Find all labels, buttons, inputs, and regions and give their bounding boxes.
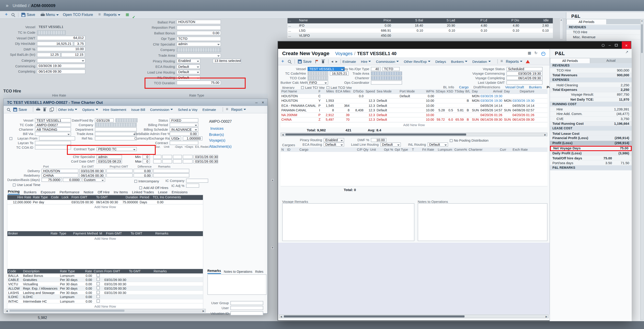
field-input[interactable]: Enabled [324, 138, 344, 142]
field-input[interactable] [35, 132, 71, 136]
previous-record-button[interactable]: ◀ [331, 60, 333, 63]
close-icon[interactable]: × [622, 42, 631, 49]
save-button[interactable]: Save [18, 108, 27, 112]
field-input[interactable]: 0.00 [177, 31, 221, 36]
menu-item-other-rev-exp[interactable]: Other Rev/Exp [404, 60, 430, 64]
menu-item-off-hire[interactable]: Off Hire [98, 190, 110, 194]
field-input[interactable]: TEST VESSEL1 [35, 118, 71, 122]
save-icon[interactable] [22, 13, 26, 17]
redacted-value[interactable] [177, 48, 221, 52]
checkbox[interactable] [450, 139, 453, 142]
window-titlebar[interactable]: – × [278, 42, 631, 49]
menu-item-cargo[interactable]: Cargo [459, 85, 469, 89]
grid-row[interactable]: ECA - PANAMA CANALP1,54536412.3Default10… [280, 103, 548, 108]
field-input[interactable] [162, 155, 172, 159]
field-input[interactable]: 06/14/26 09:30 [506, 76, 543, 80]
menu-item-performance[interactable]: Performance [60, 190, 80, 194]
delete-icon[interactable] [321, 60, 325, 64]
reports-button[interactable]: Reports [506, 60, 522, 64]
field-input[interactable] [183, 160, 193, 164]
field-input[interactable] [183, 155, 193, 159]
menu-item-estimate[interactable]: Estimate [202, 108, 216, 112]
field-input[interactable]: 0.0000 [63, 178, 81, 182]
menu-button[interactable]: Menu [46, 13, 59, 17]
grid-row[interactable]: ILOHCILOHCLumpsum0.00 [7, 295, 203, 299]
close-icon[interactable]: × [262, 100, 264, 105]
voyage-remarks-textarea[interactable] [282, 203, 414, 241]
field-input[interactable] [153, 155, 162, 159]
field-input[interactable] [106, 169, 132, 173]
field-input[interactable] [170, 123, 198, 127]
field-input[interactable]: 16,525.21 [37, 42, 73, 46]
menu-item-emissions[interactable]: Emissions [172, 190, 188, 194]
menu-item-linked-trades[interactable]: Linked Trades [132, 190, 154, 194]
grid-row[interactable]: LASHSLashing and StowagePer 30 days0.000… [7, 290, 203, 295]
redacted-value[interactable] [308, 72, 328, 76]
menu-item-other-info[interactable]: Other Info [58, 108, 77, 112]
dialog-titlebar[interactable]: TC TEST VESSEL1 AMPO-O0027 - Time Charte… [4, 99, 267, 106]
grid-row[interactable]: 12,000.0000Per day03/31/26 00:3006/14/26… [7, 200, 203, 204]
save-button[interactable]: Save [27, 13, 35, 17]
intercompany-checkbox[interactable]: Intercompany [134, 179, 159, 183]
field-input[interactable]: FIFO [308, 80, 328, 84]
field-input[interactable]: Custom [82, 178, 105, 182]
grid-row[interactable]: NA 200NMP2,9123912.3Default10.0004/20/26… [280, 113, 548, 118]
menu-item-bl-info[interactable]: BL Info [443, 85, 454, 89]
redacted-value[interactable] [37, 30, 66, 35]
field-input[interactable]: 10.00 [371, 138, 387, 142]
add-new-row-link[interactable]: Add New Row [7, 205, 203, 210]
field-input[interactable]: 03/31/26 00:30 [193, 160, 218, 164]
checkbox[interactable] [326, 86, 330, 89]
field-input[interactable]: 0.00 [134, 169, 152, 173]
menu-item-roles[interactable]: Roles [255, 270, 264, 273]
field-input[interactable] [230, 311, 263, 315]
field-input[interactable]: 1.000000 [183, 136, 203, 140]
grid-row[interactable]: HOUSTONY1,55312.3Default10.00BMON03/30/2… [280, 98, 548, 103]
add-new-row-link[interactable]: Add New Row [7, 304, 203, 309]
field-input[interactable]: 03/30/26 19:30 [37, 64, 86, 68]
grid-row[interactable]: VICTUVictuallingPer 30 days0.0003/31/26 … [7, 282, 203, 286]
flag-icon[interactable] [314, 60, 318, 64]
save-button[interactable]: Save [303, 60, 312, 64]
menu-item-commission[interactable]: Commission [376, 60, 399, 64]
grid-row[interactable]: ...LSG686.910.100.100.100.100.10 [288, 28, 553, 33]
scroll-up-button[interactable]: ▲ [271, 178, 274, 182]
itinerary-horizontal-scrollbar[interactable]: ◀ ▶ [280, 133, 548, 136]
scroll-right-button[interactable]: ▶ [545, 315, 548, 318]
field-input[interactable]: admin [177, 42, 221, 47]
no-pooling-distribution-checkbox[interactable]: No Pooling Distribution [450, 138, 488, 142]
bunker-table-scrollbar[interactable]: ▲ [559, 18, 563, 40]
field-input[interactable]: AMPO-O0027 [35, 123, 71, 127]
scroll-down-button[interactable]: ▼ [271, 246, 274, 250]
grid-row[interactable]: ...VLSFO450.00 [288, 33, 553, 38]
field-input[interactable] [106, 173, 132, 177]
pnl-scrollbar[interactable]: ▲ [640, 19, 644, 320]
field-input[interactable]: Default [428, 142, 448, 147]
field-input[interactable] [95, 127, 137, 131]
dialog-horizontal-scrollbar[interactable]: ◀ ▶ [4, 309, 206, 312]
field-input[interactable]: FIXED [170, 118, 198, 122]
field-input[interactable]: 0 [142, 155, 150, 159]
menu-item-sched-a-voy[interactable]: Sched a Voy [178, 108, 198, 112]
field-input[interactable]: PERIOD TC [96, 147, 137, 151]
field-input[interactable] [95, 132, 137, 136]
menu-item-hire[interactable]: Hire [361, 60, 371, 64]
menu-item-notes-to-operations[interactable]: Notes to Operations [224, 270, 252, 273]
field-input[interactable]: 03/30/26 19:30 [506, 72, 543, 76]
field-input[interactable]: TEST VESSEL1 [308, 67, 344, 71]
menu-item-notice[interactable]: Notice [84, 190, 93, 194]
save-icon[interactable] [298, 60, 302, 64]
use-local-time-checkbox[interactable]: Use Local Time [13, 183, 40, 187]
breadcrumb-voyages[interactable]: Voyages [335, 51, 352, 56]
tab-all-periods[interactable]: All Periods [550, 58, 590, 63]
menu-item-options[interactable]: Options [82, 108, 98, 112]
pnl-remarks-area[interactable] [550, 170, 632, 321]
collapse-chevrons-icon[interactable]: » [6, 3, 8, 8]
field-input[interactable]: 75.0000 [42, 178, 62, 182]
open-tco-fixture-button[interactable]: Open TCO Fixture [63, 13, 93, 17]
field-input[interactable] [186, 184, 199, 188]
field-input[interactable]: 12.15 [61, 52, 85, 57]
field-input[interactable]: Default [177, 64, 200, 69]
grid-row[interactable]: INTHCIntermediate HCLumpsum0.00 [7, 299, 203, 304]
field-input[interactable]: 03/31/26 [95, 118, 114, 122]
